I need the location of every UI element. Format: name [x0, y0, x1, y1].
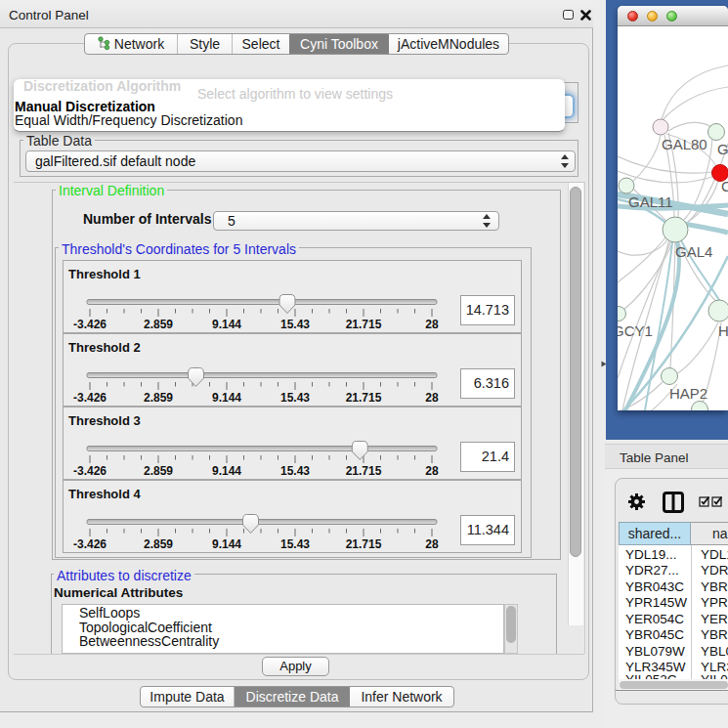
svg-text:2.859: 2.859: [144, 318, 173, 331]
svg-text:15.43: 15.43: [280, 391, 310, 405]
svg-text:28: 28: [425, 464, 439, 478]
svg-text:2.859: 2.859: [144, 391, 173, 405]
svg-text:-3.426: -3.426: [73, 537, 107, 551]
svg-text:GAL4: GAL4: [675, 243, 712, 260]
svg-text:GAL80: GAL80: [662, 136, 707, 152]
svg-text:G.: G.: [717, 141, 728, 157]
svg-text:9.144: 9.144: [212, 464, 241, 478]
svg-text:-3.426: -3.426: [73, 391, 107, 405]
svg-text:GAL11: GAL11: [628, 193, 673, 210]
svg-text:9.144: 9.144: [212, 537, 241, 551]
svg-text:-3.426: -3.426: [73, 464, 107, 478]
svg-text:-3.426: -3.426: [73, 318, 107, 331]
svg-text:21.715: 21.715: [346, 537, 382, 551]
svg-text:28: 28: [425, 537, 439, 551]
svg-text:GCY1: GCY1: [618, 322, 653, 339]
svg-text:9.144: 9.144: [212, 391, 241, 405]
svg-text:15.43: 15.43: [280, 464, 310, 478]
svg-text:15.43: 15.43: [280, 537, 310, 551]
svg-text:2.859: 2.859: [144, 464, 173, 478]
svg-text:C: C: [721, 178, 728, 194]
svg-text:9.144: 9.144: [212, 318, 241, 331]
svg-text:15.43: 15.43: [280, 318, 310, 331]
svg-text:28: 28: [425, 318, 439, 331]
svg-text:HAP2: HAP2: [669, 385, 707, 402]
svg-text:2.859: 2.859: [144, 537, 173, 551]
svg-text:28: 28: [425, 391, 439, 405]
svg-text:21.715: 21.715: [346, 318, 382, 331]
svg-text:H: H: [718, 322, 728, 339]
svg-text:21.715: 21.715: [346, 464, 382, 478]
svg-text:21.715: 21.715: [346, 391, 382, 405]
